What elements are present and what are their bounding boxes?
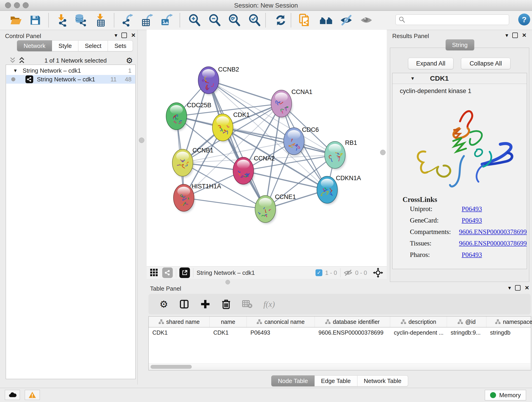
tab-style[interactable]: Style xyxy=(52,40,78,51)
delete-table-icon[interactable] xyxy=(242,300,253,309)
export-image-button[interactable] xyxy=(160,13,174,27)
network-edge[interactable] xyxy=(209,80,281,104)
column-header-canonical-name[interactable]: canonical name xyxy=(247,317,315,327)
panel-dropdown-icon[interactable]: ▾ xyxy=(114,32,117,38)
table-cell[interactable]: CDK1 xyxy=(210,327,247,338)
share-icon xyxy=(165,270,171,276)
tab-select[interactable]: Select xyxy=(78,40,108,51)
scrollbar-thumb[interactable] xyxy=(151,365,192,369)
memory-button[interactable]: Memory xyxy=(485,390,526,400)
save-session-button[interactable] xyxy=(28,13,42,27)
network-node-CDKN1A[interactable]: CDKN1A xyxy=(317,175,361,204)
open-session-button[interactable] xyxy=(9,13,22,27)
cloud-status-button[interactable] xyxy=(5,390,20,400)
help-button[interactable]: ? xyxy=(518,13,530,26)
import-table-button[interactable] xyxy=(94,13,107,27)
fit-selected-crosshair-icon[interactable] xyxy=(373,268,383,278)
results-tab-string[interactable]: String xyxy=(446,39,474,51)
zoom-out-button[interactable] xyxy=(208,13,221,27)
overview-button[interactable] xyxy=(319,13,333,27)
crosslink-link[interactable]: P06493 xyxy=(462,205,482,213)
birds-eye-grid-icon[interactable] xyxy=(150,268,158,277)
import-database-button[interactable] xyxy=(74,13,87,27)
table-tab-network-table[interactable]: Network Table xyxy=(357,375,408,386)
show-details-button[interactable] xyxy=(360,13,373,27)
network-options-gear-icon[interactable]: ⚙ xyxy=(126,56,133,65)
column-header-@id[interactable]: @id xyxy=(447,317,486,327)
export-network-button[interactable] xyxy=(121,13,134,27)
search-field[interactable] xyxy=(395,14,509,25)
panel-float-icon[interactable] xyxy=(512,32,518,38)
expand-all-button[interactable]: Expand All xyxy=(408,58,453,69)
network-collection-row[interactable]: ▼ String Network – cdk1 1 xyxy=(6,66,135,75)
function-builder-icon[interactable]: f(x) xyxy=(264,299,275,309)
tab-network[interactable]: Network xyxy=(17,40,52,51)
collapse-all-button[interactable]: Collapse All xyxy=(461,58,510,69)
duplicate-network-button[interactable] xyxy=(298,13,311,27)
show-columns-icon[interactable] xyxy=(179,299,189,309)
left-splitter-handle[interactable] xyxy=(139,138,144,143)
export-table-button[interactable] xyxy=(141,13,154,27)
table-tab-node-table[interactable]: Node Table xyxy=(271,375,315,386)
selected-nodes-checkbox[interactable]: ✓ xyxy=(316,269,322,276)
network-view-canvas[interactable]: CCNB2CCNA1CDC25BCDK1CDC6RB1CCNB1CCNA2CDK… xyxy=(147,30,387,266)
table-cell[interactable]: P06493 xyxy=(247,327,315,338)
add-column-plus-icon[interactable] xyxy=(200,299,210,309)
collapse-all-tree-icon[interactable] xyxy=(18,57,25,64)
column-header-name[interactable]: name xyxy=(210,317,247,327)
panel-close-icon[interactable]: ✕ xyxy=(131,32,136,38)
crosslink-link[interactable]: 9606.ENSP00000378699 xyxy=(459,228,527,236)
crosslink-link[interactable]: P06493 xyxy=(462,217,482,224)
crosslink-link[interactable]: 9606.ENSP00000378699 xyxy=(459,240,527,247)
panel-float-icon[interactable] xyxy=(121,32,127,38)
network-node-RB1[interactable]: RB1 xyxy=(325,139,357,170)
network-node-CDK1[interactable]: CDK1 xyxy=(212,111,250,142)
network-row[interactable]: String Network – cdk1 11 48 xyxy=(6,75,135,84)
network-edge[interactable] xyxy=(184,198,265,209)
protein-header-row[interactable]: ▼ CDK1 xyxy=(393,73,527,84)
table-cell[interactable]: stringdb:9... xyxy=(447,327,486,338)
table-settings-gear-icon[interactable]: ⚙ xyxy=(159,299,168,310)
column-header-description[interactable]: description xyxy=(390,317,447,327)
zoom-in-button[interactable] xyxy=(188,13,201,27)
network-node-CCNE1[interactable]: CCNE1 xyxy=(255,193,296,224)
open-in-window-button[interactable] xyxy=(179,268,190,278)
table-cell[interactable]: cyclin-dependent ... xyxy=(390,327,447,338)
import-network-button[interactable] xyxy=(55,13,68,27)
zoom-selected-button[interactable] xyxy=(248,13,261,27)
crosslink-link[interactable]: P06493 xyxy=(462,251,482,259)
delete-trash-icon[interactable] xyxy=(221,299,231,309)
panel-close-icon[interactable]: ✕ xyxy=(525,285,529,291)
expand-all-tree-icon[interactable] xyxy=(9,57,16,64)
network-node-CCNA2[interactable]: CCNA2 xyxy=(233,155,275,185)
search-input[interactable] xyxy=(405,16,502,23)
panel-dropdown-icon[interactable]: ▾ xyxy=(505,32,508,38)
table-cell[interactable]: stringdb xyxy=(486,327,532,338)
table-cell[interactable]: CDK1 xyxy=(149,327,210,338)
network-node-CCNB1[interactable]: CCNB1 xyxy=(172,147,214,177)
protein-collapse-icon[interactable]: ▼ xyxy=(410,76,415,81)
panel-float-icon[interactable] xyxy=(515,285,520,291)
table-horizontal-scrollbar[interactable] xyxy=(149,364,530,370)
network-graph[interactable]: CCNB2CCNA1CDC25BCDK1CDC6RB1CCNB1CCNA2CDK… xyxy=(147,30,387,266)
table-cell[interactable]: 9606.ENSP00000378699 xyxy=(315,327,390,338)
hidden-eye-slash-icon[interactable] xyxy=(344,269,352,276)
network-share-button[interactable] xyxy=(162,268,173,278)
network-node-CCNB2[interactable]: CCNB2 xyxy=(198,66,239,95)
table-row[interactable]: CDK1CDK1P064939606.ENSP00000378699cyclin… xyxy=(149,327,531,338)
column-header-database-identifier[interactable]: database identifier xyxy=(315,317,390,327)
tab-sets[interactable]: Sets xyxy=(108,40,133,51)
refresh-button[interactable] xyxy=(274,13,287,27)
right-splitter-handle[interactable] xyxy=(380,150,386,155)
hide-details-button[interactable] xyxy=(340,13,353,27)
panel-close-icon[interactable]: ✕ xyxy=(522,32,526,38)
network-node-HIST1H1A[interactable]: HIST1H1A xyxy=(173,183,221,212)
network-node-CDC6[interactable]: CDC6 xyxy=(284,126,319,156)
column-header-shared-name[interactable]: shared name xyxy=(149,317,210,327)
zoom-fit-button[interactable] xyxy=(228,13,241,27)
warnings-button[interactable] xyxy=(25,390,40,400)
collection-collapse-icon[interactable]: ▼ xyxy=(13,68,18,73)
panel-dropdown-icon[interactable]: ▾ xyxy=(508,285,511,291)
column-header-namespace[interactable]: namespace xyxy=(486,317,532,327)
table-tab-edge-table[interactable]: Edge Table xyxy=(315,375,357,386)
